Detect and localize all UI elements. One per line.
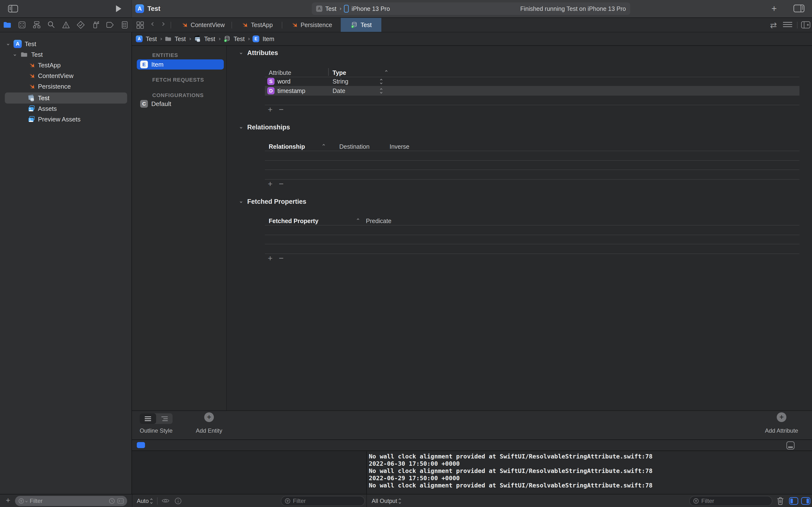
attribute-type-value[interactable]: Date bbox=[333, 88, 345, 95]
tab-testapp[interactable]: TestApp bbox=[232, 18, 282, 32]
column-header-predicate[interactable]: Predicate bbox=[366, 218, 392, 225]
toggle-navigator-icon[interactable] bbox=[8, 4, 18, 13]
attribute-type-value[interactable]: String bbox=[333, 78, 348, 85]
code-review-icon[interactable]: ⇄ bbox=[770, 20, 777, 30]
configuration-row-default[interactable]: C Default bbox=[140, 100, 171, 108]
forward-button[interactable] bbox=[161, 23, 164, 25]
info-icon[interactable] bbox=[174, 497, 182, 505]
type-stepper-icon[interactable] bbox=[380, 89, 382, 93]
source-control-navigator-icon[interactable] bbox=[18, 20, 27, 29]
tree-item-assets[interactable]: Assets bbox=[0, 103, 132, 114]
tab-persistence[interactable]: Persistence bbox=[282, 18, 340, 32]
remove-attribute-row-button[interactable]: − bbox=[279, 105, 284, 114]
entity-row-item[interactable]: E Item bbox=[137, 59, 224, 69]
tab-overview-icon[interactable] bbox=[136, 21, 145, 30]
breadcrumb-item[interactable]: Item bbox=[262, 36, 274, 43]
breadcrumb-item[interactable]: Test bbox=[204, 36, 215, 43]
show-console-view-toggle[interactable] bbox=[801, 497, 811, 505]
report-navigator-icon[interactable] bbox=[120, 20, 129, 29]
breakpoint-indicator[interactable] bbox=[137, 442, 145, 448]
breakpoint-navigator-icon[interactable] bbox=[106, 20, 114, 29]
add-attribute-row-button[interactable]: + bbox=[268, 105, 272, 114]
scheme-name[interactable]: Test bbox=[325, 5, 337, 12]
add-fetched-property-button[interactable]: + bbox=[268, 253, 272, 263]
run-button[interactable] bbox=[116, 5, 121, 12]
back-button[interactable] bbox=[152, 23, 154, 25]
type-stepper-icon[interactable] bbox=[380, 79, 382, 84]
tab-contentview[interactable]: ContentView bbox=[174, 18, 231, 32]
device-name[interactable]: iPhone 13 Pro bbox=[352, 5, 390, 12]
disclosure-chevron-icon[interactable] bbox=[14, 53, 16, 56]
recent-files-clock-icon[interactable] bbox=[109, 498, 115, 504]
console-scope-popup[interactable]: All Output bbox=[372, 498, 401, 504]
variables-filter-field[interactable]: Filter bbox=[281, 496, 365, 506]
tree-item-coredata-model[interactable]: Test bbox=[0, 93, 132, 103]
configurations-group-header: CONFIGURATIONS bbox=[152, 92, 204, 99]
column-header-type[interactable]: Type bbox=[333, 69, 346, 76]
attributes-section-header[interactable]: Attributes bbox=[240, 49, 278, 57]
attribute-name[interactable]: timestamp bbox=[277, 88, 305, 95]
relationships-section-header[interactable]: Relationships bbox=[240, 124, 290, 131]
add-relationship-button[interactable]: + bbox=[268, 179, 272, 188]
breadcrumb-item[interactable]: Test bbox=[234, 36, 245, 43]
tree-item-folder[interactable]: Test bbox=[0, 49, 132, 60]
search-navigator-icon[interactable] bbox=[47, 20, 56, 29]
column-header-inverse[interactable]: Inverse bbox=[390, 143, 409, 150]
fetched-properties-section-header[interactable]: Fetched Properties bbox=[240, 198, 306, 206]
column-header-destination[interactable]: Destination bbox=[339, 143, 369, 150]
issue-navigator-icon[interactable] bbox=[62, 20, 70, 29]
variables-scope-popup[interactable]: Auto bbox=[137, 498, 152, 504]
outline-style-table-segment[interactable] bbox=[140, 413, 156, 424]
symbol-navigator-icon[interactable] bbox=[33, 20, 41, 29]
attribute-row-word[interactable]: S word String bbox=[265, 77, 800, 86]
toggle-inspectors-icon[interactable] bbox=[793, 4, 805, 13]
attribute-row-timestamp[interactable]: D timestamp Date bbox=[265, 86, 800, 96]
column-divider[interactable] bbox=[328, 68, 329, 76]
tab-test-active[interactable]: Test bbox=[341, 18, 382, 32]
test-navigator-icon[interactable] bbox=[77, 20, 85, 29]
outline-style-graph-segment[interactable] bbox=[156, 413, 172, 424]
debug-navigator-icon[interactable] bbox=[91, 20, 100, 29]
project-navigator-icon[interactable] bbox=[3, 20, 12, 29]
clear-console-trash-icon[interactable] bbox=[776, 497, 784, 505]
console-filter-field[interactable]: Filter bbox=[689, 496, 772, 506]
hide-debug-area-icon[interactable] bbox=[786, 441, 795, 450]
assets-icon bbox=[28, 116, 35, 123]
filter-options-chevron-icon[interactable] bbox=[26, 500, 28, 502]
fetched-properties-add-remove: +− bbox=[268, 253, 284, 263]
tree-item-persistence[interactable]: Persistence bbox=[0, 81, 132, 92]
add-attribute-button[interactable]: + bbox=[777, 412, 786, 422]
remove-relationship-button[interactable]: − bbox=[279, 179, 284, 188]
add-editor-icon[interactable] bbox=[801, 21, 811, 29]
outline-style-segmented-control[interactable] bbox=[140, 413, 172, 424]
add-tab-button[interactable]: + bbox=[771, 3, 777, 14]
section-chevron-icon[interactable] bbox=[240, 52, 242, 54]
activity-status: Finished running Test on iPhone 13 Pro bbox=[520, 5, 626, 12]
window-title: Test bbox=[147, 5, 160, 12]
column-header-attribute[interactable]: Attribute bbox=[269, 69, 291, 76]
remove-fetched-property-button[interactable]: − bbox=[279, 253, 284, 263]
variables-view[interactable] bbox=[132, 451, 366, 495]
attribute-name[interactable]: word bbox=[277, 78, 291, 85]
breadcrumb-item[interactable]: Test bbox=[175, 36, 186, 43]
add-entity-button[interactable]: + bbox=[204, 412, 214, 422]
tree-item-testapp[interactable]: TestApp bbox=[0, 60, 132, 70]
source-control-status-icon[interactable] bbox=[117, 498, 124, 504]
tree-item-project[interactable]: A Test bbox=[0, 39, 132, 49]
tree-item-preview-assets[interactable]: Preview Assets bbox=[0, 114, 132, 125]
adjust-editor-options-icon[interactable] bbox=[783, 22, 792, 27]
breadcrumb-item[interactable]: Test bbox=[146, 36, 157, 43]
show-variables-view-toggle[interactable] bbox=[789, 497, 799, 505]
section-chevron-icon[interactable] bbox=[240, 126, 242, 129]
quicklook-eye-icon[interactable] bbox=[161, 497, 170, 504]
disclosure-chevron-icon[interactable] bbox=[7, 43, 9, 45]
add-file-button[interactable]: + bbox=[6, 496, 10, 505]
section-chevron-icon[interactable] bbox=[240, 201, 242, 203]
column-header-relationship[interactable]: Relationship bbox=[269, 143, 305, 150]
console-view[interactable]: No wall clock alignment provided at Swif… bbox=[366, 451, 812, 495]
navigator-filter-field[interactable]: Filter bbox=[15, 496, 127, 506]
tree-item-contentview[interactable]: ContentView bbox=[0, 70, 132, 81]
entity-name: Item bbox=[151, 61, 164, 68]
column-header-fetched-property[interactable]: Fetched Property bbox=[269, 218, 318, 225]
run-destination-bar[interactable]: A Test iPhone 13 Pro Finished running Te… bbox=[312, 2, 630, 15]
